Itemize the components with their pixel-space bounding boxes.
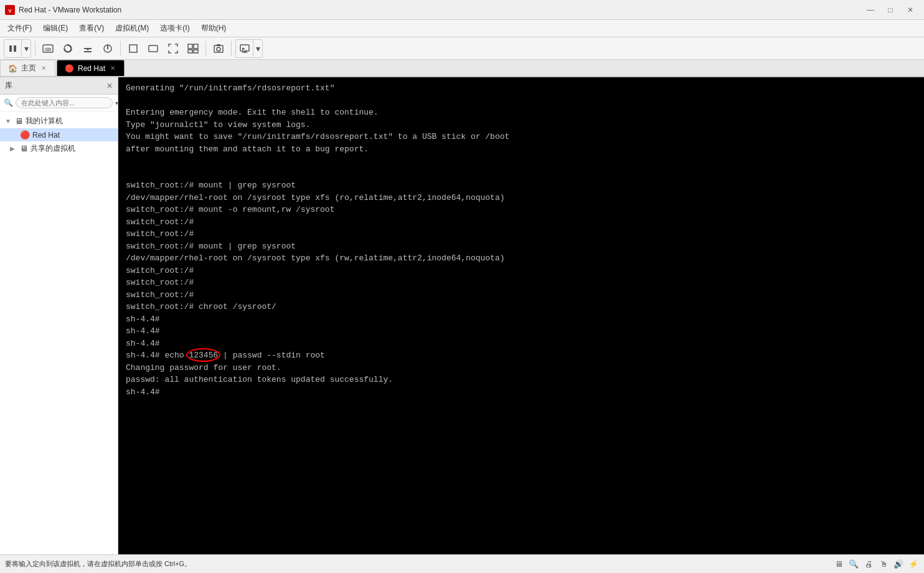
power-on-button[interactable] <box>59 40 77 57</box>
single-vm-button[interactable] <box>144 40 162 57</box>
console-view-button[interactable]: ▶_ <box>236 40 253 57</box>
sep2 <box>120 41 121 56</box>
search-icon: 🔍 <box>4 98 13 107</box>
tab-home-close[interactable]: ✕ <box>40 64 47 72</box>
redhat-tab-icon: 🔴 <box>65 64 74 73</box>
tab-home-label: 主页 <box>21 63 36 73</box>
app-icon: V <box>5 5 15 15</box>
suspend-button[interactable] <box>79 40 97 57</box>
svg-rect-10 <box>84 51 92 52</box>
svg-rect-3 <box>14 45 16 52</box>
svg-text:V: V <box>8 8 12 14</box>
monitor-icon[interactable]: 🖥 <box>833 559 844 570</box>
sidebar-item-redhat[interactable]: 🔴 Red Hat <box>0 128 118 141</box>
svg-rect-17 <box>188 50 192 53</box>
svg-text:⌨: ⌨ <box>45 47 51 52</box>
close-button[interactable]: ✕ <box>902 4 919 16</box>
svg-rect-13 <box>130 45 137 52</box>
svg-text:▶_: ▶_ <box>242 47 248 50</box>
minimize-button[interactable]: — <box>862 4 879 16</box>
status-icons: 🖥 🔍 🖨 🖱 🔊 ⚡ <box>833 559 919 570</box>
home-icon: 🏠 <box>8 64 17 73</box>
view-group: ▶_ ▾ <box>235 39 263 58</box>
terminal-output: Generating "/run/initramfs/rdsosreport.t… <box>118 77 924 554</box>
menu-vm[interactable]: 虚拟机(M) <box>110 22 154 35</box>
tab-bar: 🏠 主页 ✕ 🔴 Red Hat ✕ <box>0 60 924 77</box>
sidebar-title: 库 <box>5 80 12 91</box>
pause-group: ▾ <box>4 39 31 58</box>
menu-file[interactable]: 文件(F) <box>2 22 37 35</box>
redhat-vm-label: Red Hat <box>32 131 60 140</box>
window-title: Red Hat - VMware Workstation <box>19 6 862 14</box>
expand-icon-shared: ▶ <box>10 145 17 152</box>
sound-icon[interactable]: 🔊 <box>893 559 904 570</box>
pause-dropdown[interactable]: ▾ <box>22 40 31 57</box>
expand-icon-my-computer: ▼ <box>5 118 12 125</box>
redhat-icon: 🔴 <box>20 130 30 140</box>
view-dropdown[interactable]: ▾ <box>253 40 262 57</box>
sidebar-item-my-computer[interactable]: ▼ 🖥 我的计算机 <box>0 114 118 128</box>
svg-rect-15 <box>188 44 192 49</box>
pause-button[interactable] <box>4 40 22 57</box>
svg-rect-2 <box>9 45 12 52</box>
svg-rect-18 <box>194 50 198 53</box>
menu-view[interactable]: 查看(V) <box>74 22 109 35</box>
svg-rect-14 <box>149 45 158 52</box>
normal-view-button[interactable] <box>125 40 142 57</box>
sep1 <box>35 41 35 56</box>
title-bar: V Red Hat - VMware Workstation — □ ✕ <box>0 0 924 20</box>
send-ctrlaltdel-button[interactable]: ⌨ <box>39 40 57 57</box>
window-controls: — □ ✕ <box>862 4 919 16</box>
svg-point-20 <box>217 47 220 51</box>
search-input[interactable] <box>16 97 113 108</box>
power-off-button[interactable] <box>99 40 116 57</box>
my-computer-label: 我的计算机 <box>26 116 63 126</box>
shared-vm-icon: 🖥 <box>20 144 28 153</box>
usb-icon[interactable]: 🖱 <box>878 559 889 570</box>
unity-button[interactable] <box>184 40 202 57</box>
svg-rect-16 <box>194 44 198 49</box>
status-bar: 要将输入定向到该虚拟机，请在虚拟机内部单击或按 Ctrl+G。 🖥 🔍 🖨 🖱 … <box>0 554 924 573</box>
tab-redhat-close[interactable]: ✕ <box>109 64 116 72</box>
tab-redhat-label: Red Hat <box>78 64 105 73</box>
zoom-icon[interactable]: 🔍 <box>848 559 859 570</box>
shared-vms-label: 共享的虚拟机 <box>31 143 75 154</box>
menu-tabs[interactable]: 选项卡(I) <box>155 22 194 35</box>
sidebar-item-shared-vms[interactable]: ▶ 🖥 共享的虚拟机 <box>0 141 118 156</box>
tab-redhat[interactable]: 🔴 Red Hat ✕ <box>57 60 125 76</box>
sep3 <box>205 41 206 56</box>
computer-icon: 🖥 <box>15 116 23 126</box>
main-layout: 库 ✕ 🔍 ▾ ▼ 🖥 我的计算机 🔴 Red Hat ▶ 🖥 共享的虚拟机 <box>0 77 924 554</box>
sidebar-close-button[interactable]: ✕ <box>106 82 113 90</box>
network-icon[interactable]: 🖨 <box>863 559 874 570</box>
vm-display-area[interactable]: Generating "/run/initramfs/rdsosreport.t… <box>118 77 924 554</box>
toolbar: ▾ ⌨ ▶_ ▾ <box>0 37 924 60</box>
status-text: 要将输入定向到该虚拟机，请在虚拟机内部单击或按 Ctrl+G。 <box>5 559 833 569</box>
snapshot-button[interactable] <box>210 40 227 57</box>
sep4 <box>231 41 232 56</box>
tab-home[interactable]: 🏠 主页 ✕ <box>0 60 55 76</box>
menu-bar: 文件(F) 编辑(E) 查看(V) 虚拟机(M) 选项卡(I) 帮助(H) <box>0 20 924 37</box>
sidebar-search-area: 🔍 ▾ <box>0 95 118 111</box>
menu-help[interactable]: 帮助(H) <box>196 22 232 35</box>
sidebar-tree: ▼ 🖥 我的计算机 🔴 Red Hat ▶ 🖥 共享的虚拟机 <box>0 111 118 554</box>
menu-edit[interactable]: 编辑(E) <box>38 22 73 35</box>
fullscreen-button[interactable] <box>164 40 182 57</box>
power-status-icon[interactable]: ⚡ <box>908 559 919 570</box>
sidebar-header: 库 ✕ <box>0 77 118 95</box>
maximize-button[interactable]: □ <box>882 4 899 16</box>
svg-rect-21 <box>217 44 220 46</box>
sidebar: 库 ✕ 🔍 ▾ ▼ 🖥 我的计算机 🔴 Red Hat ▶ 🖥 共享的虚拟机 <box>0 77 118 554</box>
